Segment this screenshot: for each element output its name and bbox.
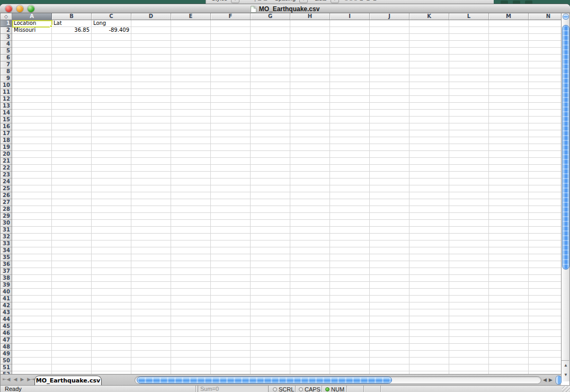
cell-F12[interactable] xyxy=(211,96,251,103)
cell-N30[interactable] xyxy=(529,220,561,227)
cell-B8[interactable] xyxy=(52,68,92,75)
cell-G15[interactable] xyxy=(251,117,290,123)
cell-L13[interactable] xyxy=(449,103,489,110)
cell-D4[interactable] xyxy=(131,41,171,48)
cell-I24[interactable] xyxy=(330,179,370,185)
cell-N40[interactable] xyxy=(529,289,561,296)
cell-D37[interactable] xyxy=(131,268,171,275)
cell-A26[interactable] xyxy=(12,192,52,199)
cell-I36[interactable] xyxy=(330,261,370,268)
cell-L33[interactable] xyxy=(449,240,489,247)
cell-D41[interactable] xyxy=(131,296,171,302)
cell-F26[interactable] xyxy=(211,192,251,199)
cell-M31[interactable] xyxy=(489,227,529,234)
cell-J25[interactable] xyxy=(370,185,409,192)
cell-L26[interactable] xyxy=(449,192,489,199)
cell-C7[interactable] xyxy=(92,61,131,68)
cell-E45[interactable] xyxy=(171,323,211,330)
cell-C6[interactable] xyxy=(92,55,131,61)
row-header-35[interactable]: 35 xyxy=(1,254,12,261)
row-header-49[interactable]: 49 xyxy=(1,351,12,358)
cell-H11[interactable] xyxy=(290,89,330,96)
cell-N27[interactable] xyxy=(529,199,561,206)
cell-M48[interactable] xyxy=(489,344,529,351)
cell-A16[interactable] xyxy=(12,123,52,130)
window-resize-grip[interactable] xyxy=(562,386,570,392)
window-titlebar[interactable]: MO_Earthquake.csv xyxy=(0,4,570,13)
cell-L29[interactable] xyxy=(449,213,489,220)
cell-J11[interactable] xyxy=(370,89,409,96)
cell-J37[interactable] xyxy=(370,268,409,275)
cell-E44[interactable] xyxy=(171,316,211,323)
cell-F4[interactable] xyxy=(211,41,251,48)
cell-B36[interactable] xyxy=(52,261,92,268)
cell-N46[interactable] xyxy=(529,330,561,337)
cell-B21[interactable] xyxy=(52,158,92,165)
cell-H30[interactable] xyxy=(290,220,330,227)
cell-K48[interactable] xyxy=(409,344,449,351)
cell-J6[interactable] xyxy=(370,55,409,61)
cell-A34[interactable] xyxy=(12,247,52,254)
cell-C17[interactable] xyxy=(92,130,131,137)
cell-M38[interactable] xyxy=(489,275,529,282)
cell-G36[interactable] xyxy=(251,261,290,268)
cell-E13[interactable] xyxy=(171,103,211,110)
cell-A45[interactable] xyxy=(12,323,52,330)
row-header-17[interactable]: 17 xyxy=(1,130,12,137)
cell-A43[interactable] xyxy=(12,309,52,316)
cell-C36[interactable] xyxy=(92,261,131,268)
cell-L4[interactable] xyxy=(449,41,489,48)
cell-N15[interactable] xyxy=(529,117,561,123)
cell-C29[interactable] xyxy=(92,213,131,220)
cell-D15[interactable] xyxy=(131,117,171,123)
cell-G5[interactable] xyxy=(251,48,290,55)
cell-D32[interactable] xyxy=(131,234,171,240)
column-header-C[interactable]: C xyxy=(92,13,131,20)
cell-E22[interactable] xyxy=(171,165,211,172)
cell-H18[interactable] xyxy=(290,137,330,144)
cell-C10[interactable] xyxy=(92,82,131,89)
cell-D21[interactable] xyxy=(131,158,171,165)
cell-B51[interactable] xyxy=(52,364,92,371)
cell-N45[interactable] xyxy=(529,323,561,330)
row-header-9[interactable]: 9 xyxy=(1,75,12,82)
cell-K24[interactable] xyxy=(409,179,449,185)
cell-L2[interactable] xyxy=(449,27,489,34)
cell-K51[interactable] xyxy=(409,364,449,371)
cell-N9[interactable] xyxy=(529,75,561,82)
cell-N7[interactable] xyxy=(529,61,561,68)
cell-G48[interactable] xyxy=(251,344,290,351)
cell-B2[interactable]: 36.85 xyxy=(52,27,92,34)
cell-E34[interactable] xyxy=(171,247,211,254)
row-header-33[interactable]: 33 xyxy=(1,240,12,247)
row-header-26[interactable]: 26 xyxy=(1,192,12,199)
cell-G28[interactable] xyxy=(251,206,290,213)
cell-J49[interactable] xyxy=(370,351,409,358)
cell-E27[interactable] xyxy=(171,199,211,206)
row-header-28[interactable]: 28 xyxy=(1,206,12,213)
cell-M40[interactable] xyxy=(489,289,529,296)
cell-G49[interactable] xyxy=(251,351,290,358)
cell-A44[interactable] xyxy=(12,316,52,323)
cell-H27[interactable] xyxy=(290,199,330,206)
sheet-tab-active[interactable]: MO_Earthquake.csv xyxy=(34,376,102,386)
cell-I29[interactable] xyxy=(330,213,370,220)
horizontal-split-box[interactable] xyxy=(556,376,562,385)
cell-D47[interactable] xyxy=(131,337,171,344)
horizontal-scrollbar-thumb[interactable] xyxy=(137,377,392,384)
cell-C22[interactable] xyxy=(92,165,131,172)
cell-J29[interactable] xyxy=(370,213,409,220)
cell-G3[interactable] xyxy=(251,34,290,41)
cell-C18[interactable] xyxy=(92,137,131,144)
cell-M25[interactable] xyxy=(489,185,529,192)
cell-H24[interactable] xyxy=(290,179,330,185)
cell-E31[interactable] xyxy=(171,227,211,234)
cell-B17[interactable] xyxy=(52,130,92,137)
cell-F21[interactable] xyxy=(211,158,251,165)
cell-K38[interactable] xyxy=(409,275,449,282)
cell-F13[interactable] xyxy=(211,103,251,110)
column-header-M[interactable]: M xyxy=(489,13,529,20)
column-header-K[interactable]: K xyxy=(409,13,449,20)
cell-G40[interactable] xyxy=(251,289,290,296)
cell-J40[interactable] xyxy=(370,289,409,296)
